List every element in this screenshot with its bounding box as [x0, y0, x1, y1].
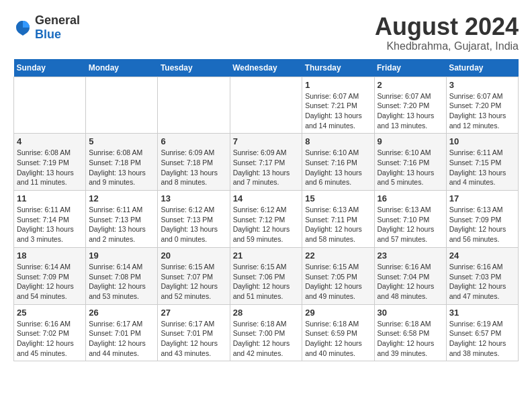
- header-day: Tuesday: [158, 59, 230, 77]
- day-number: 4: [17, 136, 83, 146]
- calendar-cell: 25Sunrise: 6:16 AM Sunset: 7:02 PM Dayli…: [14, 304, 86, 361]
- day-number: 1: [305, 80, 371, 90]
- day-number: 31: [449, 308, 515, 318]
- calendar-cell: 10Sunrise: 6:11 AM Sunset: 7:15 PM Dayli…: [446, 134, 518, 191]
- calendar-cell: 6Sunrise: 6:09 AM Sunset: 7:18 PM Daylig…: [158, 134, 230, 191]
- day-number: 18: [17, 250, 83, 261]
- location: Khedbrahma, Gujarat, India: [375, 40, 519, 52]
- day-info: Sunrise: 6:16 AM Sunset: 7:02 PM Dayligh…: [17, 319, 83, 359]
- day-number: 21: [233, 250, 300, 261]
- day-info: Sunrise: 6:09 AM Sunset: 7:18 PM Dayligh…: [161, 148, 226, 187]
- header-day: Thursday: [302, 59, 374, 77]
- calendar-cell: [86, 77, 158, 134]
- logo-icon: [13, 18, 32, 37]
- day-info: Sunrise: 6:12 AM Sunset: 7:12 PM Dayligh…: [233, 205, 300, 244]
- day-info: Sunrise: 6:07 AM Sunset: 7:21 PM Dayligh…: [305, 91, 371, 131]
- day-number: 7: [233, 136, 300, 146]
- logo-text: General Blue: [35, 13, 80, 42]
- day-info: Sunrise: 6:10 AM Sunset: 7:16 PM Dayligh…: [378, 148, 443, 187]
- header-day: Friday: [374, 59, 446, 77]
- calendar-cell: 30Sunrise: 6:18 AM Sunset: 6:58 PM Dayli…: [374, 304, 446, 361]
- calendar-cell: 31Sunrise: 6:19 AM Sunset: 6:57 PM Dayli…: [446, 304, 518, 361]
- day-number: 23: [378, 250, 443, 261]
- day-number: 26: [89, 308, 154, 318]
- day-number: 17: [449, 193, 515, 203]
- calendar-week-row: 18Sunrise: 6:14 AM Sunset: 7:09 PM Dayli…: [14, 247, 519, 304]
- day-info: Sunrise: 6:16 AM Sunset: 7:03 PM Dayligh…: [449, 262, 515, 302]
- day-info: Sunrise: 6:15 AM Sunset: 7:06 PM Dayligh…: [233, 262, 300, 302]
- day-info: Sunrise: 6:12 AM Sunset: 7:13 PM Dayligh…: [161, 205, 226, 244]
- calendar-cell: 14Sunrise: 6:12 AM Sunset: 7:12 PM Dayli…: [230, 191, 302, 248]
- day-number: 24: [449, 250, 515, 261]
- day-number: 25: [17, 308, 83, 318]
- day-number: 11: [17, 193, 83, 203]
- day-info: Sunrise: 6:19 AM Sunset: 6:57 PM Dayligh…: [449, 319, 515, 359]
- logo: General Blue: [13, 13, 80, 42]
- day-info: Sunrise: 6:15 AM Sunset: 7:07 PM Dayligh…: [161, 262, 226, 302]
- calendar-cell: [158, 77, 230, 134]
- day-number: 12: [89, 193, 154, 203]
- day-number: 29: [305, 308, 371, 318]
- day-info: Sunrise: 6:11 AM Sunset: 7:13 PM Dayligh…: [89, 205, 154, 244]
- day-info: Sunrise: 6:14 AM Sunset: 7:09 PM Dayligh…: [17, 262, 83, 302]
- day-number: 9: [378, 136, 443, 146]
- calendar-cell: 27Sunrise: 6:17 AM Sunset: 7:01 PM Dayli…: [158, 304, 230, 361]
- day-info: Sunrise: 6:17 AM Sunset: 7:01 PM Dayligh…: [161, 319, 226, 359]
- day-number: 22: [305, 250, 371, 261]
- calendar-week-row: 4Sunrise: 6:08 AM Sunset: 7:19 PM Daylig…: [14, 134, 519, 191]
- day-info: Sunrise: 6:13 AM Sunset: 7:09 PM Dayligh…: [449, 205, 515, 244]
- logo-general: General: [35, 13, 80, 27]
- calendar-cell: 18Sunrise: 6:14 AM Sunset: 7:09 PM Dayli…: [14, 247, 86, 304]
- day-number: 3: [449, 80, 515, 90]
- day-number: 16: [378, 193, 443, 203]
- day-info: Sunrise: 6:09 AM Sunset: 7:17 PM Dayligh…: [233, 148, 300, 187]
- calendar-cell: 17Sunrise: 6:13 AM Sunset: 7:09 PM Dayli…: [446, 191, 518, 248]
- day-number: 13: [161, 193, 226, 203]
- calendar-cell: 23Sunrise: 6:16 AM Sunset: 7:04 PM Dayli…: [374, 247, 446, 304]
- calendar-cell: 3Sunrise: 6:07 AM Sunset: 7:20 PM Daylig…: [446, 77, 518, 134]
- day-info: Sunrise: 6:07 AM Sunset: 7:20 PM Dayligh…: [378, 91, 443, 131]
- logo-blue: Blue: [35, 28, 61, 41]
- calendar-cell: 11Sunrise: 6:11 AM Sunset: 7:14 PM Dayli…: [14, 191, 86, 248]
- day-number: 19: [89, 250, 154, 261]
- title-block: August 2024 Khedbrahma, Gujarat, India: [375, 13, 519, 52]
- calendar-cell: 7Sunrise: 6:09 AM Sunset: 7:17 PM Daylig…: [230, 134, 302, 191]
- day-number: 2: [378, 80, 443, 90]
- calendar-cell: [230, 77, 302, 134]
- day-info: Sunrise: 6:08 AM Sunset: 7:19 PM Dayligh…: [17, 148, 83, 187]
- calendar-cell: 5Sunrise: 6:08 AM Sunset: 7:18 PM Daylig…: [86, 134, 158, 191]
- calendar-cell: 24Sunrise: 6:16 AM Sunset: 7:03 PM Dayli…: [446, 247, 518, 304]
- calendar-cell: [14, 77, 86, 134]
- day-info: Sunrise: 6:16 AM Sunset: 7:04 PM Dayligh…: [378, 262, 443, 302]
- day-info: Sunrise: 6:07 AM Sunset: 7:20 PM Dayligh…: [449, 91, 515, 131]
- calendar-table: SundayMondayTuesdayWednesdayThursdayFrid…: [13, 59, 519, 362]
- calendar-cell: 21Sunrise: 6:15 AM Sunset: 7:06 PM Dayli…: [230, 247, 302, 304]
- day-info: Sunrise: 6:17 AM Sunset: 7:01 PM Dayligh…: [89, 319, 154, 359]
- day-info: Sunrise: 6:11 AM Sunset: 7:15 PM Dayligh…: [449, 148, 515, 187]
- calendar-cell: 9Sunrise: 6:10 AM Sunset: 7:16 PM Daylig…: [374, 134, 446, 191]
- day-info: Sunrise: 6:15 AM Sunset: 7:05 PM Dayligh…: [305, 262, 371, 302]
- day-info: Sunrise: 6:14 AM Sunset: 7:08 PM Dayligh…: [89, 262, 154, 302]
- header-day: Saturday: [446, 59, 518, 77]
- calendar-cell: 12Sunrise: 6:11 AM Sunset: 7:13 PM Dayli…: [86, 191, 158, 248]
- day-info: Sunrise: 6:13 AM Sunset: 7:11 PM Dayligh…: [305, 205, 371, 244]
- calendar-week-row: 11Sunrise: 6:11 AM Sunset: 7:14 PM Dayli…: [14, 191, 519, 248]
- day-info: Sunrise: 6:18 AM Sunset: 6:59 PM Dayligh…: [305, 319, 371, 359]
- day-number: 10: [449, 136, 515, 146]
- calendar-cell: 22Sunrise: 6:15 AM Sunset: 7:05 PM Dayli…: [302, 247, 374, 304]
- page-header: General Blue August 2024 Khedbrahma, Guj…: [13, 13, 519, 52]
- day-number: 30: [378, 308, 443, 318]
- calendar-cell: 13Sunrise: 6:12 AM Sunset: 7:13 PM Dayli…: [158, 191, 230, 248]
- day-info: Sunrise: 6:18 AM Sunset: 7:00 PM Dayligh…: [233, 319, 300, 359]
- day-number: 20: [161, 250, 226, 261]
- day-info: Sunrise: 6:13 AM Sunset: 7:10 PM Dayligh…: [378, 205, 443, 244]
- day-number: 14: [233, 193, 300, 203]
- day-number: 27: [161, 308, 226, 318]
- day-info: Sunrise: 6:10 AM Sunset: 7:16 PM Dayligh…: [305, 148, 371, 187]
- calendar-cell: 15Sunrise: 6:13 AM Sunset: 7:11 PM Dayli…: [302, 191, 374, 248]
- header-day: Sunday: [14, 59, 86, 77]
- header-day: Monday: [86, 59, 158, 77]
- calendar-cell: 8Sunrise: 6:10 AM Sunset: 7:16 PM Daylig…: [302, 134, 374, 191]
- day-number: 8: [305, 136, 371, 146]
- calendar-cell: 29Sunrise: 6:18 AM Sunset: 6:59 PM Dayli…: [302, 304, 374, 361]
